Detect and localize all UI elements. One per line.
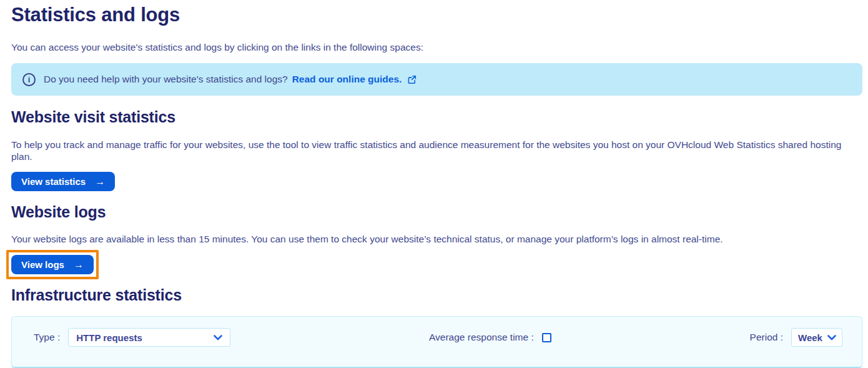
period-select[interactable]: Week bbox=[791, 328, 842, 347]
intro-text: You can access your website’s statistics… bbox=[11, 41, 862, 53]
average-response-time-label: Average response time : bbox=[429, 332, 534, 343]
statistics-and-logs-page: Statistics and logs You can access your … bbox=[0, 0, 868, 368]
infrastructure-filters-panel: Type : HTTP requests Average response ti… bbox=[11, 316, 862, 368]
page-title: Statistics and logs bbox=[11, 2, 862, 27]
view-logs-button-label: View logs bbox=[21, 259, 64, 270]
visit-statistics-description: To help you track and manage traffic for… bbox=[11, 139, 862, 162]
read-guides-link[interactable]: Read our online guides. bbox=[292, 74, 402, 85]
view-statistics-button-label: View statistics bbox=[21, 176, 86, 187]
chevron-down-icon bbox=[214, 335, 222, 341]
average-response-time-group: Average response time : bbox=[429, 332, 551, 343]
help-info-banner: i Do you need help with your website's s… bbox=[11, 63, 862, 96]
type-label: Type : bbox=[34, 332, 60, 343]
arrow-right-icon: → bbox=[74, 259, 84, 271]
external-link-icon[interactable] bbox=[407, 75, 417, 84]
type-select[interactable]: HTTP requests bbox=[68, 328, 230, 347]
view-statistics-button[interactable]: View statistics → bbox=[11, 172, 115, 191]
view-logs-button[interactable]: View logs → bbox=[11, 255, 94, 274]
visit-statistics-heading: Website visit statistics bbox=[11, 107, 862, 126]
infrastructure-statistics-heading: Infrastructure statistics bbox=[11, 286, 862, 304]
view-logs-highlight-outline: View logs → bbox=[6, 250, 99, 279]
website-logs-description: Your website logs are available in less … bbox=[11, 233, 862, 245]
banner-text: Do you need help with your website's sta… bbox=[44, 74, 288, 85]
type-select-value: HTTP requests bbox=[76, 332, 142, 343]
chevron-down-icon bbox=[827, 335, 836, 341]
website-logs-heading: Website logs bbox=[11, 202, 862, 221]
arrow-right-icon: → bbox=[95, 176, 105, 187]
info-circle-icon: i bbox=[22, 73, 36, 86]
average-response-time-checkbox[interactable] bbox=[542, 333, 551, 342]
period-select-value: Week bbox=[798, 332, 822, 343]
period-label: Period : bbox=[750, 332, 783, 343]
type-filter-group: Type : HTTP requests bbox=[34, 328, 230, 347]
period-filter-group: Period : Week bbox=[750, 328, 842, 347]
